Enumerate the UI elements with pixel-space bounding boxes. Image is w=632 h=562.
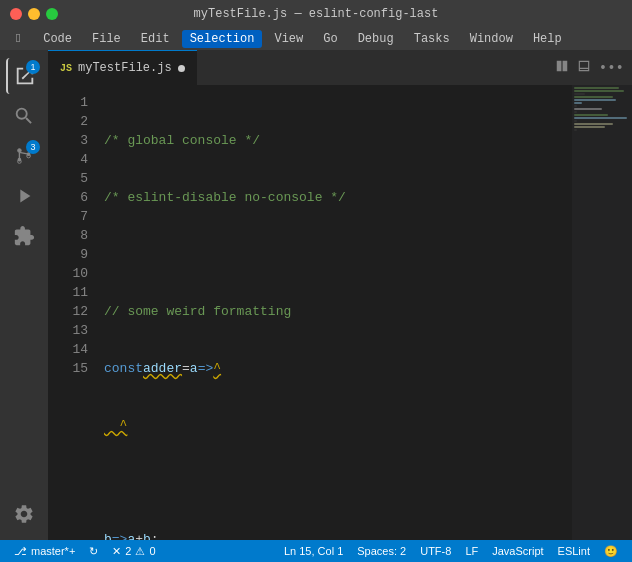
code-line-4: // some weird formatting <box>104 302 628 321</box>
activity-settings[interactable] <box>6 496 42 532</box>
sync-icon: ↻ <box>89 545 98 558</box>
js-file-icon: JS <box>60 63 72 74</box>
error-count: 2 <box>125 545 131 557</box>
menu-selection[interactable]: Selection <box>182 30 263 48</box>
encoding-label: UTF-8 <box>420 545 451 557</box>
activity-extensions[interactable] <box>6 218 42 254</box>
toggle-panel-icon[interactable] <box>577 59 591 77</box>
menu-code[interactable]: Code <box>35 30 80 48</box>
menu-debug[interactable]: Debug <box>350 30 402 48</box>
menu-window[interactable]: Window <box>462 30 521 48</box>
code-line-8: b => a + b; <box>104 530 628 540</box>
status-position[interactable]: Ln 15, Col 1 <box>278 540 349 562</box>
status-encoding[interactable]: UTF-8 <box>414 540 457 562</box>
minimap[interactable] <box>572 85 632 540</box>
menu-go[interactable]: Go <box>315 30 345 48</box>
close-button[interactable] <box>10 8 22 20</box>
minimap-content <box>572 85 632 134</box>
activity-bar: 1 3 <box>0 50 48 540</box>
code-line-2: /* eslint-disable no-console */ <box>104 188 628 207</box>
window-controls <box>10 8 58 20</box>
editor-area: JS myTestFile.js ••• 1 2 3 4 5 <box>48 50 632 540</box>
tab-modified-dot <box>178 65 185 72</box>
scm-badge: 3 <box>26 140 40 154</box>
branch-name: master*+ <box>31 545 75 557</box>
split-editor-icon[interactable] <box>555 59 569 77</box>
code-line-5: const adder = a => ^ <box>104 359 628 378</box>
branch-icon: ⎇ <box>14 545 27 558</box>
line-ending-label: LF <box>465 545 478 557</box>
tab-bar-actions: ••• <box>555 50 632 85</box>
code-content[interactable]: /* global console */ /* eslint-disable n… <box>100 85 632 540</box>
status-spaces[interactable]: Spaces: 2 <box>351 540 412 562</box>
status-bar: ⎇ master*+ ↻ ✕ 2 ⚠ 0 Ln 15, Col 1 Spaces… <box>0 540 632 562</box>
code-line-6: ^ <box>104 416 628 435</box>
status-sync[interactable]: ↻ <box>83 540 104 562</box>
warning-icon: ⚠ <box>135 545 145 558</box>
activity-source-control[interactable]: 3 <box>6 138 42 174</box>
code-editor[interactable]: 1 2 3 4 5 6 7 8 9 10 11 12 13 14 15 /* g… <box>48 85 632 540</box>
window-title: myTestFile.js — eslint-config-last <box>194 7 439 21</box>
main-layout: 1 3 JS myTestFile.js <box>0 50 632 540</box>
menu-help[interactable]: Help <box>525 30 570 48</box>
cursor-position: Ln 15, Col 1 <box>284 545 343 557</box>
titlebar: myTestFile.js — eslint-config-last <box>0 0 632 28</box>
minimize-button[interactable] <box>28 8 40 20</box>
code-line-1: /* global console */ <box>104 131 628 150</box>
more-actions-icon[interactable]: ••• <box>599 60 624 76</box>
spaces-label: Spaces: 2 <box>357 545 406 557</box>
menu-apple[interactable]:  <box>8 30 31 48</box>
activity-run[interactable] <box>6 178 42 214</box>
status-errors[interactable]: ✕ 2 ⚠ 0 <box>106 540 161 562</box>
status-language[interactable]: JavaScript <box>486 540 549 562</box>
status-branch[interactable]: ⎇ master*+ <box>8 540 81 562</box>
activity-search[interactable] <box>6 98 42 134</box>
status-smiley[interactable]: 🙂 <box>598 540 624 562</box>
status-line-ending[interactable]: LF <box>459 540 484 562</box>
menu-tasks[interactable]: Tasks <box>406 30 458 48</box>
linter-label: ESLint <box>558 545 590 557</box>
svg-line-4 <box>19 152 28 154</box>
maximize-button[interactable] <box>46 8 58 20</box>
menu-file[interactable]: File <box>84 30 129 48</box>
status-linter[interactable]: ESLint <box>552 540 596 562</box>
warning-count: 0 <box>149 545 155 557</box>
tab-bar: JS myTestFile.js ••• <box>48 50 632 85</box>
line-numbers: 1 2 3 4 5 6 7 8 9 10 11 12 13 14 15 <box>48 85 100 540</box>
editor-tab-mytestfile[interactable]: JS myTestFile.js <box>48 50 197 85</box>
menu-edit[interactable]: Edit <box>133 30 178 48</box>
code-line-7 <box>104 473 628 492</box>
explorer-badge: 1 <box>26 60 40 74</box>
smiley-icon: 🙂 <box>604 545 618 558</box>
error-icon: ✕ <box>112 545 121 558</box>
activity-explorer[interactable]: 1 <box>6 58 42 94</box>
menubar:  Code File Edit Selection View Go Debug… <box>0 28 632 50</box>
code-line-3 <box>104 245 628 264</box>
menu-view[interactable]: View <box>266 30 311 48</box>
tab-filename: myTestFile.js <box>78 61 172 75</box>
language-label: JavaScript <box>492 545 543 557</box>
